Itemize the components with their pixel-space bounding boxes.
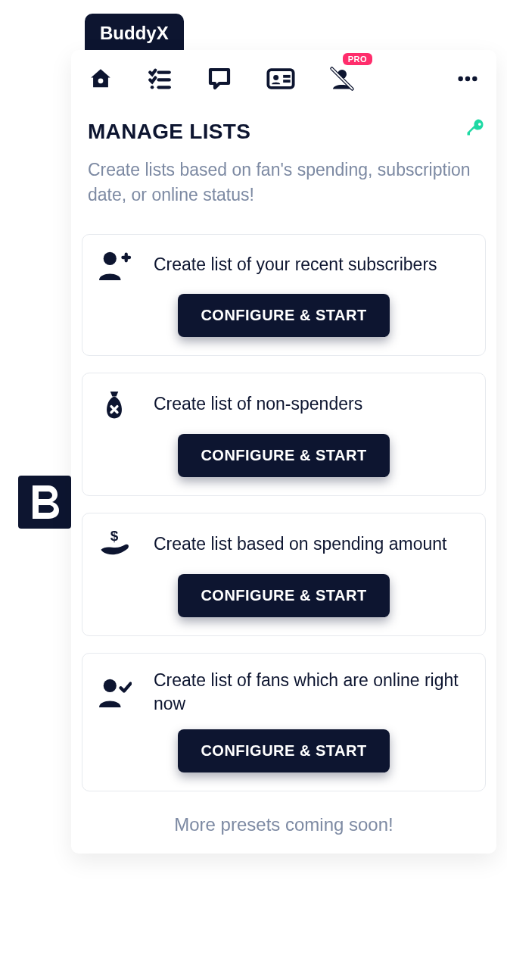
- card-label: Create list of your recent subscribers: [154, 253, 437, 276]
- card-list: Create list of your recent subscribers C…: [71, 208, 496, 791]
- pro-badge: PRO: [343, 53, 372, 65]
- configure-start-button[interactable]: CONFIGURE & START: [178, 434, 389, 477]
- card-label: Create list based on spending amount: [154, 532, 446, 556]
- svg-point-12: [458, 76, 462, 81]
- user-plus-icon: [96, 250, 132, 280]
- page-subtitle: Create lists based on fan's spending, su…: [88, 158, 480, 208]
- main-panel: PRO MANAGE LISTS Create lists based on f…: [71, 50, 496, 854]
- hand-dollar-icon: $: [96, 529, 132, 560]
- svg-point-17: [104, 679, 117, 692]
- card-label: Create list of fans which are online rig…: [154, 669, 471, 716]
- page-title: MANAGE LISTS: [88, 106, 480, 144]
- card-spending-amount: $ Create list based on spending amount C…: [82, 513, 486, 636]
- svg-point-15: [104, 252, 117, 265]
- money-bag-x-icon: [96, 389, 132, 420]
- configure-start-button[interactable]: CONFIGURE & START: [178, 294, 389, 337]
- key-icon[interactable]: [465, 117, 486, 141]
- svg-point-14: [472, 76, 477, 81]
- svg-point-0: [98, 78, 104, 83]
- nav-bar: PRO: [71, 50, 496, 101]
- nav-left: PRO: [88, 65, 356, 92]
- card-non-spenders: Create list of non-spenders CONFIGURE & …: [82, 373, 486, 496]
- checklist-icon[interactable]: [147, 66, 173, 92]
- section-header: MANAGE LISTS Create lists based on fan's…: [71, 101, 496, 208]
- svg-point-13: [465, 76, 470, 81]
- card-online-now: Create list of fans which are online rig…: [82, 653, 486, 791]
- svg-text:$: $: [110, 529, 119, 544]
- svg-rect-5: [268, 70, 293, 88]
- configure-start-button[interactable]: CONFIGURE & START: [178, 574, 389, 617]
- card-label: Create list of non-spenders: [154, 392, 362, 416]
- letter-b-icon: [29, 483, 61, 521]
- svg-point-4: [151, 86, 154, 89]
- more-icon[interactable]: [456, 67, 480, 91]
- app-tab[interactable]: BuddyX: [85, 14, 184, 53]
- footer-text: More presets coming soon!: [71, 814, 496, 835]
- svg-point-6: [273, 75, 278, 80]
- id-card-icon[interactable]: [266, 67, 295, 90]
- chat-icon[interactable]: [206, 65, 233, 92]
- configure-start-button[interactable]: CONFIGURE & START: [178, 729, 389, 772]
- home-icon[interactable]: [88, 66, 114, 92]
- user-off-icon[interactable]: PRO: [328, 65, 356, 92]
- user-check-icon: [96, 677, 132, 707]
- app-tab-label: BuddyX: [100, 23, 169, 43]
- brand-square-logo: [18, 476, 71, 529]
- card-recent-subscribers: Create list of your recent subscribers C…: [82, 234, 486, 356]
